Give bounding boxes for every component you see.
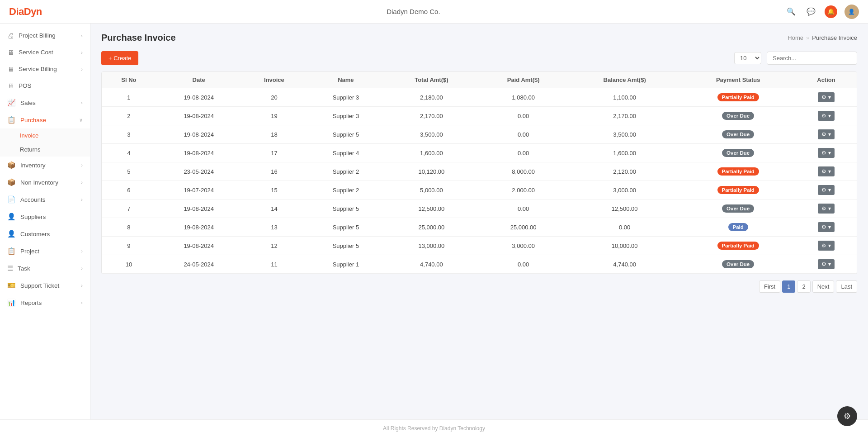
cell-sl: 3 bbox=[102, 125, 156, 144]
sidebar-label-suppliers: Suppliers bbox=[20, 214, 46, 220]
cell-invoice: 19 bbox=[241, 107, 307, 125]
cell-action[interactable]: ⚙ ▾ bbox=[796, 107, 857, 125]
chevron-icon: › bbox=[81, 283, 83, 288]
pagination-next[interactable]: Next bbox=[812, 280, 835, 293]
sidebar-item-project[interactable]: 📋Project › bbox=[0, 242, 90, 260]
breadcrumb-home[interactable]: Home bbox=[788, 34, 803, 41]
table-header-row: Sl No Date Invoice Name Total Amt($) Pai… bbox=[102, 72, 857, 88]
cell-action[interactable]: ⚙ ▾ bbox=[796, 200, 857, 218]
sidebar-item-inventory[interactable]: 📦Inventory › bbox=[0, 157, 90, 174]
status-badge: Over Due bbox=[722, 260, 754, 268]
table-body: 1 19-08-2024 20 Supplier 3 2,180.00 1,08… bbox=[102, 88, 857, 274]
cell-action[interactable]: ⚙ ▾ bbox=[796, 88, 857, 107]
search-input[interactable] bbox=[767, 52, 857, 65]
sidebar-item-purchase[interactable]: 📋Purchase ∨ bbox=[0, 111, 90, 128]
footer-text: All Rights Reserved by Diadyn Technology bbox=[383, 425, 485, 432]
pagination-last[interactable]: Last bbox=[836, 280, 857, 293]
cell-name: Supplier 2 bbox=[307, 181, 385, 200]
suppliers-icon: 👤 bbox=[7, 213, 16, 221]
status-badge: Partially Paid bbox=[717, 93, 759, 101]
cell-action[interactable]: ⚙ ▾ bbox=[796, 237, 857, 255]
cell-total: 1,600.00 bbox=[385, 144, 478, 162]
per-page-dropdown[interactable]: 10 25 50 100 bbox=[734, 52, 761, 64]
notification-icon[interactable]: 💬 bbox=[805, 5, 817, 18]
action-button[interactable]: ⚙ ▾ bbox=[818, 185, 834, 195]
create-button[interactable]: + Create bbox=[101, 51, 138, 65]
print-icon: 🖨 bbox=[7, 32, 14, 39]
sidebar-sub-purchase: Invoice Returns bbox=[0, 128, 90, 157]
action-button[interactable]: ⚙ ▾ bbox=[818, 129, 834, 139]
cell-sl: 7 bbox=[102, 200, 156, 218]
cell-action[interactable]: ⚙ ▾ bbox=[796, 255, 857, 274]
sidebar-label-support-ticket: Support Ticket bbox=[20, 282, 59, 289]
cell-status: Over Due bbox=[680, 125, 796, 144]
sidebar-item-accounts[interactable]: 📄Accounts › bbox=[0, 191, 90, 208]
action-button[interactable]: ⚙ ▾ bbox=[818, 92, 834, 102]
action-button[interactable]: ⚙ ▾ bbox=[818, 222, 834, 232]
page-title: Purchase Invoice bbox=[101, 33, 176, 43]
action-button[interactable]: ⚙ ▾ bbox=[818, 204, 834, 214]
header-icons: 🔍 💬 🔔 👤 bbox=[785, 5, 859, 19]
toolbar: + Create 10 25 50 100 bbox=[101, 51, 857, 65]
cell-sl: 10 bbox=[102, 255, 156, 274]
sidebar-item-service-billing[interactable]: 🖥Service Billing › bbox=[0, 61, 90, 77]
sidebar-item-project-billing[interactable]: 🖨Project Billing › bbox=[0, 27, 90, 44]
purchase-icon: 📋 bbox=[7, 116, 16, 124]
sidebar-item-customers[interactable]: 👤Customers bbox=[0, 225, 90, 242]
sidebar-item-service-cost[interactable]: 🖥Service Cost › bbox=[0, 44, 90, 61]
cell-balance: 3,000.00 bbox=[569, 181, 680, 200]
cell-status: Partially Paid bbox=[680, 237, 796, 255]
customers-icon: 👤 bbox=[7, 230, 16, 238]
cell-action[interactable]: ⚙ ▾ bbox=[796, 125, 857, 144]
avatar[interactable]: 👤 bbox=[844, 5, 859, 19]
cell-date: 23-05-2024 bbox=[156, 162, 242, 181]
sidebar-item-reports[interactable]: 📊Reports › bbox=[0, 294, 90, 311]
cell-date: 24-05-2024 bbox=[156, 255, 242, 274]
sidebar-item-suppliers[interactable]: 👤Suppliers bbox=[0, 208, 90, 225]
status-badge: Partially Paid bbox=[717, 167, 759, 176]
col-name: Name bbox=[307, 72, 385, 88]
cell-total: 12,500.00 bbox=[385, 200, 478, 218]
sidebar-sub-item-invoice[interactable]: Invoice bbox=[0, 128, 90, 142]
alert-icon[interactable]: 🔔 bbox=[825, 5, 837, 18]
sidebar-item-non-inventory[interactable]: 📦Non Inventory › bbox=[0, 174, 90, 191]
cell-action[interactable]: ⚙ ▾ bbox=[796, 218, 857, 237]
sidebar-item-support-ticket[interactable]: 🎫Support Ticket › bbox=[0, 277, 90, 294]
action-button[interactable]: ⚙ ▾ bbox=[818, 148, 834, 158]
cell-paid: 0.00 bbox=[478, 125, 569, 144]
col-invoice: Invoice bbox=[241, 72, 307, 88]
cell-balance: 1,100.00 bbox=[569, 88, 680, 107]
settings-fab[interactable]: ⚙ bbox=[837, 406, 857, 426]
sidebar-label-reports: Reports bbox=[20, 299, 42, 306]
cell-action[interactable]: ⚙ ▾ bbox=[796, 144, 857, 162]
cell-action[interactable]: ⚙ ▾ bbox=[796, 181, 857, 200]
action-button[interactable]: ⚙ ▾ bbox=[818, 166, 834, 176]
cell-paid: 1,080.00 bbox=[478, 88, 569, 107]
cell-date: 19-08-2024 bbox=[156, 200, 242, 218]
cell-total: 25,000.00 bbox=[385, 218, 478, 237]
pagination-first[interactable]: First bbox=[759, 280, 780, 293]
cell-name: Supplier 3 bbox=[307, 107, 385, 125]
sidebar-item-pos[interactable]: 🖥POS bbox=[0, 77, 90, 94]
pagination-page-1[interactable]: 1 bbox=[782, 280, 795, 293]
action-button[interactable]: ⚙ ▾ bbox=[818, 241, 834, 251]
cell-total: 2,180.00 bbox=[385, 88, 478, 107]
sidebar-item-sales[interactable]: 📈Sales › bbox=[0, 94, 90, 111]
cell-action[interactable]: ⚙ ▾ bbox=[796, 162, 857, 181]
cell-name: Supplier 4 bbox=[307, 144, 385, 162]
search-icon[interactable]: 🔍 bbox=[785, 5, 797, 18]
cell-sl: 6 bbox=[102, 181, 156, 200]
action-button[interactable]: ⚙ ▾ bbox=[818, 111, 834, 121]
cell-invoice: 18 bbox=[241, 125, 307, 144]
table-row: 8 19-08-2024 13 Supplier 5 25,000.00 25,… bbox=[102, 218, 857, 237]
pagination-page-2[interactable]: 2 bbox=[797, 280, 810, 293]
breadcrumb: Home » Purchase Invoice bbox=[788, 34, 857, 41]
sidebar-sub-item-returns[interactable]: Returns bbox=[0, 142, 90, 157]
action-button[interactable]: ⚙ ▾ bbox=[818, 259, 834, 269]
chevron-icon: › bbox=[81, 33, 83, 38]
breadcrumb-bar: Purchase Invoice Home » Purchase Invoice bbox=[101, 33, 857, 43]
footer: All Rights Reserved by Diadyn Technology bbox=[0, 419, 868, 437]
sidebar-item-task[interactable]: ☰Task › bbox=[0, 260, 90, 277]
sidebar-label-pos: POS bbox=[19, 82, 32, 89]
chevron-icon: › bbox=[81, 66, 83, 72]
